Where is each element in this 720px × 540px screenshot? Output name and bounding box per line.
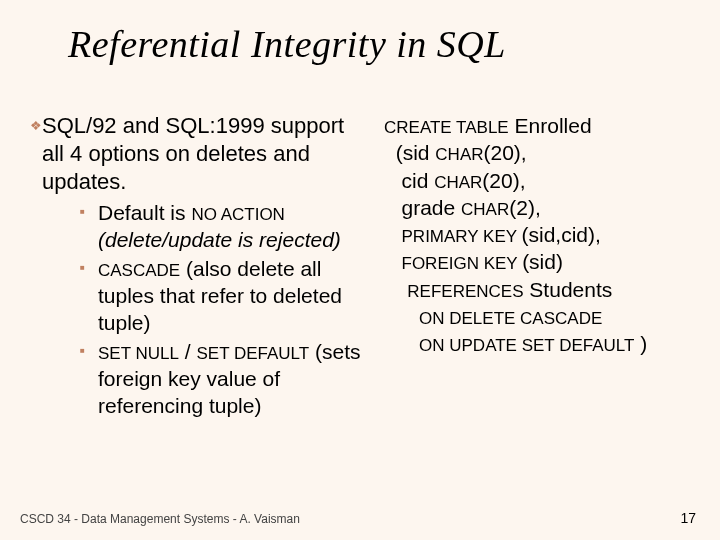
l8a	[384, 305, 419, 328]
kw-ondel: ON DELETE CASCADE	[419, 309, 602, 328]
bullet-main: ❖ SQL/92 and SQL:1999 support all 4 opti…	[30, 112, 370, 196]
code-line-1: CREATE TABLE Enrolled	[384, 112, 692, 139]
tbl-enrolled: Enrolled	[509, 114, 592, 137]
sub-text-3: SET NULL / SET DEFAULT (sets foreign key…	[98, 339, 370, 420]
l3c: (20),	[482, 169, 525, 192]
code-line-4: grade CHAR(2),	[384, 194, 692, 221]
slide: Referential Integrity in SQL ❖ SQL/92 an…	[0, 0, 720, 540]
kw-char-3: CHAR	[461, 200, 509, 219]
l6c: (sid)	[522, 250, 563, 273]
sub3-setdefault: SET DEFAULT	[196, 344, 309, 363]
diamond-bullet-icon: ❖	[30, 112, 42, 140]
kw-char-2: CHAR	[434, 173, 482, 192]
lead-text: SQL/92 and SQL:1999 support all 4 option…	[42, 112, 370, 196]
kw-pk: PRIMARY KEY	[402, 227, 522, 246]
l5c: (sid,cid),	[522, 223, 601, 246]
code-line-2: (sid CHAR(20),	[384, 139, 692, 166]
l6a	[384, 250, 402, 273]
code-line-9: ON UPDATE SET DEFAULT )	[384, 330, 692, 357]
kw-char-1: CHAR	[435, 145, 483, 164]
l7a	[384, 278, 407, 301]
sub-text-2: CASCADE (also delete all tuples that ref…	[98, 256, 370, 337]
square-bullet-icon: ■	[80, 200, 98, 224]
code-line-8: ON DELETE CASCADE	[384, 303, 692, 330]
kw-create: CREATE TABLE	[384, 118, 509, 137]
sub1-italic: (delete/update is rejected)	[98, 228, 341, 251]
footer-text: CSCD 34 - Data Management Systems - A. V…	[20, 512, 300, 526]
code-line-6: FOREIGN KEY (sid)	[384, 248, 692, 275]
l2a: (sid	[384, 141, 435, 164]
l9c: )	[634, 332, 647, 355]
code-line-5: PRIMARY KEY (sid,cid),	[384, 221, 692, 248]
sub-bullet-2: ■ CASCADE (also delete all tuples that r…	[80, 256, 370, 337]
square-bullet-icon: ■	[80, 339, 98, 363]
kw-ref: REFERENCES	[407, 282, 523, 301]
l5a	[384, 223, 402, 246]
sub-bullet-1: ■ Default is NO ACTION (delete/update is…	[80, 200, 370, 254]
sql-code-block: CREATE TABLE Enrolled (sid CHAR(20), cid…	[384, 112, 692, 358]
sub2-cascade: CASCADE	[98, 261, 180, 280]
l7c: Students	[524, 278, 613, 301]
sub1-noaction: NO ACTION	[191, 205, 285, 224]
sub3-slash: /	[179, 340, 197, 363]
left-column: ❖ SQL/92 and SQL:1999 support all 4 opti…	[30, 112, 378, 421]
l2c: (20),	[484, 141, 527, 164]
sub-bullet-list: ■ Default is NO ACTION (delete/update is…	[80, 200, 370, 419]
code-line-3: cid CHAR(20),	[384, 167, 692, 194]
slide-title: Referential Integrity in SQL	[68, 22, 506, 66]
kw-fk: FOREIGN KEY	[402, 254, 523, 273]
slide-body: ❖ SQL/92 and SQL:1999 support all 4 opti…	[30, 112, 692, 421]
square-bullet-icon: ■	[80, 256, 98, 280]
right-column: CREATE TABLE Enrolled (sid CHAR(20), cid…	[378, 112, 692, 421]
sub1-a: Default is	[98, 201, 191, 224]
l4c: (2),	[509, 196, 541, 219]
l9a	[384, 332, 419, 355]
page-number: 17	[680, 510, 696, 526]
l4a: grade	[384, 196, 461, 219]
sub-bullet-3: ■ SET NULL / SET DEFAULT (sets foreign k…	[80, 339, 370, 420]
sub3-setnull: SET NULL	[98, 344, 179, 363]
l3a: cid	[384, 169, 434, 192]
sub-text-1: Default is NO ACTION (delete/update is r…	[98, 200, 370, 254]
kw-onupd: ON UPDATE SET DEFAULT	[419, 336, 634, 355]
code-line-7: REFERENCES Students	[384, 276, 692, 303]
